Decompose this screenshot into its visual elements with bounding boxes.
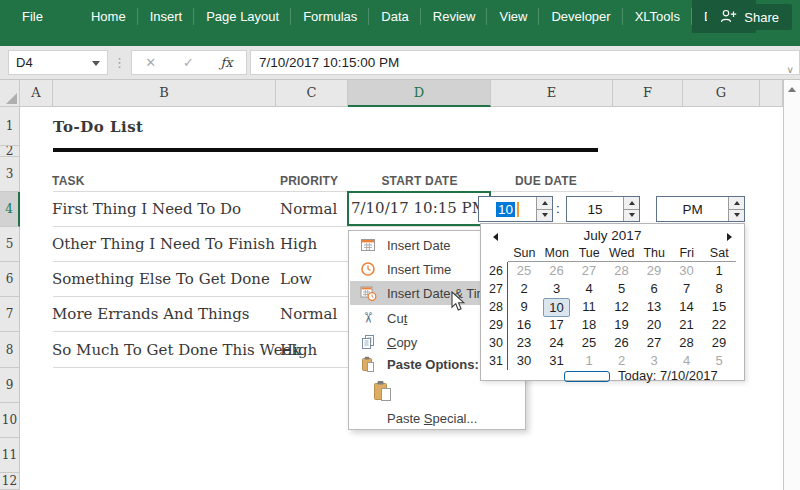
vertical-scrollbar[interactable] — [783, 80, 800, 490]
calendar-day[interactable]: 30 — [508, 352, 540, 370]
row-header-11[interactable]: 11 — [0, 438, 20, 473]
minute-value[interactable]: 15 — [567, 197, 623, 221]
calendar-day[interactable]: 27 — [573, 262, 605, 280]
column-header-d[interactable]: D — [348, 80, 491, 107]
today-label[interactable]: Today: 7/10/2017 — [618, 368, 718, 383]
hour-value[interactable]: 10 — [479, 197, 536, 221]
selected-cell-d4[interactable]: 7/10/17 10:15 PM — [347, 191, 491, 226]
column-header-g[interactable]: G — [683, 80, 760, 107]
row-header-8[interactable]: 8 — [0, 332, 20, 368]
calendar-day[interactable]: 28 — [606, 262, 638, 280]
task-cell[interactable]: Something Else To Get Done — [52, 262, 270, 297]
meridiem-spinner[interactable]: PM — [656, 196, 745, 222]
expand-formula-bar-icon[interactable]: ˅ — [787, 59, 793, 82]
insert-function-icon[interactable]: ƒx — [220, 55, 232, 70]
column-header-e[interactable]: E — [491, 80, 613, 107]
calendar-day[interactable]: 8 — [703, 280, 735, 298]
spin-up-button[interactable] — [624, 197, 639, 210]
calendar-day[interactable]: 1 — [573, 352, 605, 370]
calendar-day[interactable]: 26 — [541, 262, 573, 280]
formula-input[interactable]: 7/10/2017 10:15:00 PM ˅ — [250, 50, 800, 75]
spin-down-button[interactable] — [729, 210, 744, 222]
calendar-day[interactable]: 19 — [606, 316, 638, 334]
column-header-partial[interactable] — [760, 80, 783, 107]
enter-icon[interactable]: ✓ — [183, 55, 194, 70]
calendar-day[interactable]: 23 — [508, 334, 540, 352]
row-header-7[interactable]: 7 — [0, 297, 20, 332]
scroll-up-button[interactable] — [784, 80, 800, 98]
name-box[interactable]: D4 — [8, 50, 108, 75]
calendar-day[interactable]: 30 — [671, 262, 703, 280]
ribbon-tab-developer[interactable]: Developer — [539, 0, 622, 33]
spin-down-button[interactable] — [624, 210, 639, 222]
task-cell[interactable]: First Thing I Need To Do — [52, 192, 241, 227]
row-header-3[interactable]: 3 — [0, 157, 20, 192]
calendar-day[interactable]: 1 — [703, 262, 735, 280]
calendar-day[interactable]: 7 — [671, 280, 703, 298]
priority-cell[interactable]: High — [280, 332, 317, 368]
calendar-day[interactable]: 29 — [638, 262, 670, 280]
row-header-12[interactable]: 12 — [0, 473, 20, 490]
minute-spinner[interactable]: 15 — [566, 196, 640, 222]
ribbon-tab-insert[interactable]: Insert — [138, 0, 195, 33]
calendar-day[interactable]: 17 — [541, 316, 573, 334]
spin-up-button[interactable] — [537, 197, 552, 210]
column-header-a[interactable]: A — [20, 80, 53, 107]
next-month-icon[interactable] — [727, 233, 732, 241]
row-header-10[interactable]: 10 — [0, 403, 20, 438]
calendar-day[interactable]: 11 — [573, 298, 605, 316]
ribbon-tab-xltools[interactable]: XLTools — [623, 0, 692, 33]
calendar-day[interactable]: 13 — [638, 298, 670, 316]
task-cell[interactable]: More Errands And Things — [52, 297, 249, 332]
calendar-day[interactable]: 15 — [703, 298, 735, 316]
calendar-day[interactable]: 16 — [508, 316, 540, 334]
calendar-day[interactable]: 6 — [638, 280, 670, 298]
priority-cell[interactable]: High — [280, 227, 317, 262]
row-header-2[interactable]: 2 — [0, 146, 20, 157]
calendar-day[interactable]: 14 — [671, 298, 703, 316]
calendar-day[interactable]: 25 — [508, 262, 540, 280]
calendar-day[interactable]: 22 — [703, 316, 735, 334]
calendar-month-title[interactable]: July 2017 — [481, 228, 744, 243]
ribbon-tab-data[interactable]: Data — [369, 0, 420, 33]
calendar-day[interactable]: 12 — [606, 298, 638, 316]
calendar-day[interactable]: 24 — [541, 334, 573, 352]
calendar-day[interactable]: 27 — [638, 334, 670, 352]
chevron-down-icon[interactable] — [92, 61, 100, 66]
calendar-day[interactable]: 26 — [606, 334, 638, 352]
cancel-icon[interactable]: ✕ — [145, 55, 156, 70]
priority-cell[interactable]: Low — [280, 262, 312, 297]
calendar-day[interactable]: 25 — [573, 334, 605, 352]
ribbon-tab-view[interactable]: View — [487, 0, 539, 33]
select-all-corner[interactable] — [0, 80, 20, 107]
task-cell[interactable]: Other Thing I Need To Finish — [52, 227, 275, 262]
column-header-b[interactable]: B — [53, 80, 276, 107]
row-header-9[interactable]: 9 — [0, 368, 20, 403]
name-box-splitter[interactable]: ⋮ — [113, 46, 126, 80]
row-header-6[interactable]: 6 — [0, 262, 20, 297]
calendar-day[interactable]: 29 — [703, 334, 735, 352]
calendar-day[interactable]: 2 — [508, 280, 540, 298]
row-header-4[interactable]: 4 — [0, 192, 20, 227]
share-button[interactable]: Share — [707, 4, 792, 30]
priority-cell[interactable]: Normal — [280, 297, 337, 332]
ribbon-tab-file[interactable]: File — [0, 0, 65, 33]
priority-cell[interactable]: Normal — [280, 192, 337, 227]
calendar-day[interactable]: 5 — [606, 280, 638, 298]
calendar-day-selected[interactable]: 10 — [541, 298, 573, 316]
calendar-day[interactable]: 9 — [508, 298, 540, 316]
spin-up-button[interactable] — [729, 197, 744, 210]
spin-down-button[interactable] — [537, 210, 552, 222]
today-box[interactable] — [564, 371, 610, 382]
ribbon-tab-formulas[interactable]: Formulas — [291, 0, 369, 33]
calendar-day[interactable]: 3 — [541, 280, 573, 298]
menu-item-paste-special[interactable]: Paste Special... — [350, 407, 524, 429]
row-header-5[interactable]: 5 — [0, 227, 20, 262]
calendar-day[interactable]: 21 — [671, 316, 703, 334]
calendar-day[interactable]: 18 — [573, 316, 605, 334]
calendar-day[interactable]: 20 — [638, 316, 670, 334]
hour-spinner[interactable]: 10 — [478, 196, 553, 222]
ribbon-tab-home[interactable]: Home — [79, 0, 138, 33]
calendar-day[interactable]: 28 — [671, 334, 703, 352]
meridiem-value[interactable]: PM — [657, 197, 728, 221]
